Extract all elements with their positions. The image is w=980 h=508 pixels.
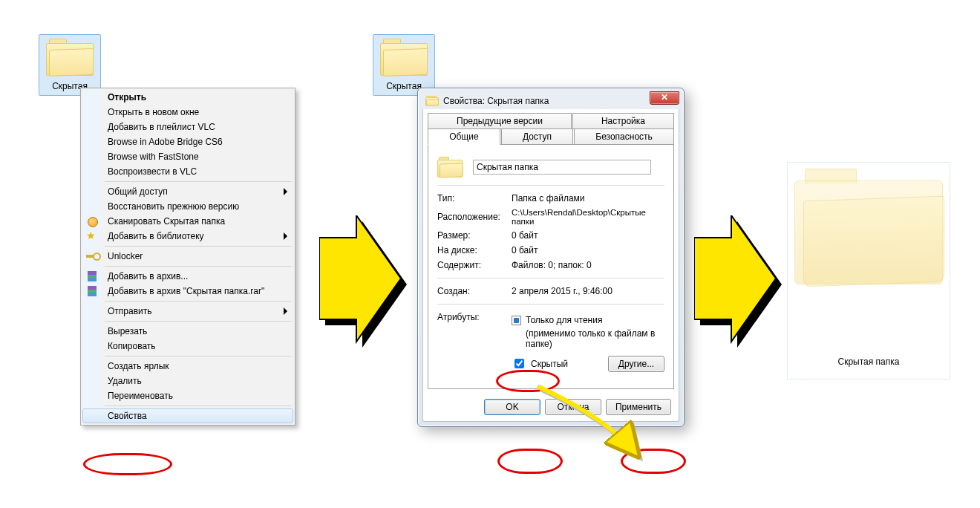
annotation-circle-properties (83, 453, 172, 475)
label-attributes: Атрибуты: (437, 312, 512, 322)
menu-restore-previous[interactable]: Восстановить прежнюю версию (82, 199, 293, 214)
dialog-title: Свойства: Скрытая папка (443, 96, 549, 106)
other-attributes-button[interactable]: Другие... (608, 356, 664, 372)
folder-name-input[interactable] (473, 160, 651, 175)
tab-general[interactable]: Общие (428, 128, 500, 145)
menu-play-vlc[interactable]: Воспроизвести в VLC (82, 164, 293, 179)
close-button[interactable]: ✕ (650, 91, 679, 105)
scan-icon (86, 215, 98, 227)
winrar-icon (86, 270, 98, 282)
menu-rename[interactable]: Переименовать (82, 388, 293, 403)
value-type: Папка с файлами (512, 193, 664, 203)
desktop-folder-result[interactable]: Скрытая папка (787, 162, 950, 380)
checkbox-indeterminate-icon (512, 316, 521, 325)
folder-icon-hidden (794, 169, 943, 287)
folder-icon (425, 96, 439, 106)
label-created: Создан: (437, 286, 512, 296)
menu-unlocker[interactable]: Unlocker (82, 249, 293, 264)
menu-add-archive[interactable]: Добавить в архив... (82, 269, 293, 284)
menu-cut[interactable]: Вырезать (82, 324, 293, 339)
label-contains: Содержит: (437, 260, 512, 270)
chevron-right-icon (284, 232, 287, 240)
menu-scan[interactable]: Сканировать Скрытая папка (82, 214, 293, 229)
menu-share[interactable]: Общий доступ (82, 184, 293, 199)
value-contains: Файлов: 0; папок: 0 (512, 260, 664, 270)
tab-customize[interactable]: Настройка (572, 113, 674, 129)
ok-button[interactable]: OK (484, 399, 540, 415)
menu-send-to[interactable]: Отправить (82, 304, 293, 319)
step-arrow-1 (319, 215, 408, 356)
menu-add-library[interactable]: Добавить в библиотеку (82, 229, 293, 244)
folder-icon (380, 39, 428, 76)
label-ondisk: На диске: (437, 245, 512, 255)
cancel-button[interactable]: Отмена (545, 399, 601, 415)
label-location: Расположение: (437, 212, 512, 222)
menu-add-vlc-playlist[interactable]: Добавить в плейлист VLC (82, 120, 293, 134)
annotation-circle-apply (621, 449, 686, 474)
label-type: Тип: (437, 193, 512, 203)
menu-properties[interactable]: Свойства (82, 408, 293, 423)
chevron-right-icon (284, 188, 287, 195)
readonly-label: Только для чтения (526, 315, 602, 325)
menu-browse-faststone[interactable]: Browse with FastStone (82, 149, 293, 164)
tab-access[interactable]: Доступ (501, 128, 573, 145)
context-menu: Открыть Открыть в новом окне Добавить в … (80, 88, 295, 426)
readonly-note: (применимо только к файлам в папке) (512, 328, 664, 349)
value-size: 0 байт (512, 230, 664, 241)
value-location: C:\Users\Rendal\Desktop\Скрытые папки (512, 208, 664, 226)
menu-create-shortcut[interactable]: Создать ярлык (82, 359, 293, 374)
value-created: 2 апреля 2015 г., 9:46:00 (512, 286, 664, 296)
annotation-circle-ok (497, 449, 563, 474)
folder-label: Скрытая папка (794, 356, 944, 367)
menu-copy[interactable]: Копировать (82, 339, 293, 354)
value-ondisk: 0 байт (512, 245, 664, 255)
tab-security[interactable]: Безопасность (574, 128, 674, 145)
winrar-icon (86, 285, 98, 297)
desktop-folder-2[interactable]: Скрытая (377, 39, 431, 91)
menu-add-archive-named[interactable]: Добавить в архив "Скрытая папка.rar" (82, 284, 293, 299)
readonly-checkbox-row[interactable]: Только для чтения (512, 315, 664, 325)
star-icon (86, 230, 98, 242)
menu-delete[interactable]: Удалить (82, 374, 293, 388)
apply-button[interactable]: Применить (606, 399, 671, 415)
tab-previous-versions[interactable]: Предыдущие версии (428, 113, 572, 129)
hidden-checkbox-row[interactable]: Скрытый (512, 356, 568, 371)
folder-icon (437, 157, 463, 178)
hidden-label: Скрытый (531, 359, 568, 369)
desktop-folder-1[interactable]: Скрытая (43, 39, 97, 91)
menu-open-new-window[interactable]: Открыть в новом окне (82, 105, 293, 120)
key-icon (86, 250, 98, 262)
step-arrow-2 (694, 215, 783, 356)
menu-open[interactable]: Открыть (82, 90, 293, 105)
chevron-right-icon (284, 307, 287, 315)
folder-properties-dialog: Свойства: Скрытая папка ✕ Предыдущие вер… (417, 88, 685, 427)
hidden-checkbox[interactable] (514, 359, 524, 368)
menu-browse-bridge[interactable]: Browse in Adobe Bridge CS6 (82, 134, 293, 149)
label-size: Размер: (437, 230, 512, 241)
folder-icon (46, 39, 94, 76)
